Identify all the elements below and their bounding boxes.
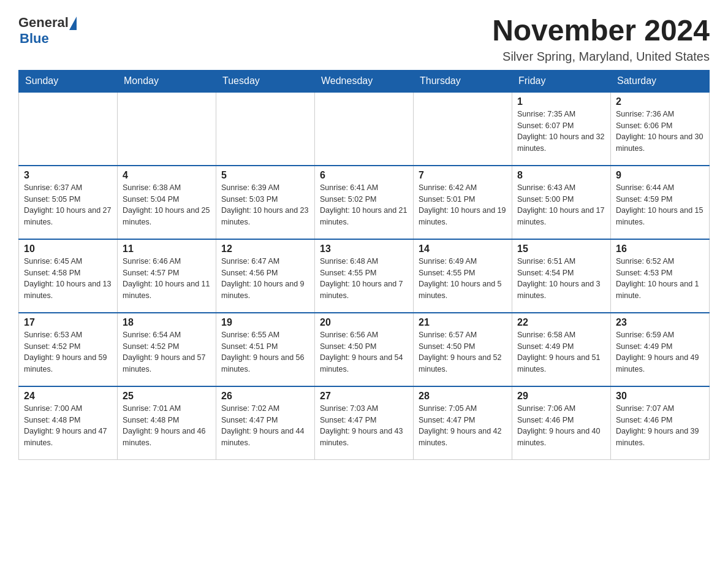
table-row <box>118 92 216 166</box>
table-row: 16Sunrise: 6:52 AMSunset: 4:53 PMDayligh… <box>611 239 710 313</box>
calendar-week-row: 10Sunrise: 6:45 AMSunset: 4:58 PMDayligh… <box>19 239 710 313</box>
day-info: Sunrise: 6:39 AMSunset: 5:03 PMDaylight:… <box>221 182 309 228</box>
day-number: 26 <box>221 391 309 402</box>
title-section: November 2024 Silver Spring, Maryland, U… <box>492 15 710 64</box>
table-row: 30Sunrise: 7:07 AMSunset: 4:46 PMDayligh… <box>611 386 710 460</box>
table-row: 24Sunrise: 7:00 AMSunset: 4:48 PMDayligh… <box>19 386 118 460</box>
day-info: Sunrise: 6:44 AMSunset: 4:59 PMDaylight:… <box>616 182 704 228</box>
day-info: Sunrise: 7:01 AMSunset: 4:48 PMDaylight:… <box>123 403 211 449</box>
table-row: 21Sunrise: 6:57 AMSunset: 4:50 PMDayligh… <box>414 313 512 386</box>
table-row: 23Sunrise: 6:59 AMSunset: 4:49 PMDayligh… <box>611 313 710 386</box>
logo-general-text: General <box>18 15 69 31</box>
day-number: 10 <box>24 243 112 255</box>
day-info: Sunrise: 6:38 AMSunset: 5:04 PMDaylight:… <box>123 182 211 228</box>
calendar-week-row: 24Sunrise: 7:00 AMSunset: 4:48 PMDayligh… <box>19 386 710 460</box>
table-row: 6Sunrise: 6:41 AMSunset: 5:02 PMDaylight… <box>315 166 414 239</box>
day-info: Sunrise: 6:58 AMSunset: 4:49 PMDaylight:… <box>517 329 605 375</box>
day-number: 28 <box>419 391 507 402</box>
day-info: Sunrise: 6:42 AMSunset: 5:01 PMDaylight:… <box>419 182 507 228</box>
day-info: Sunrise: 6:55 AMSunset: 4:51 PMDaylight:… <box>221 329 309 375</box>
day-number: 11 <box>123 243 211 255</box>
page-header: General Blue November 2024 Silver Spring… <box>18 15 710 64</box>
table-row: 7Sunrise: 6:42 AMSunset: 5:01 PMDaylight… <box>414 166 512 239</box>
day-info: Sunrise: 7:35 AMSunset: 6:07 PMDaylight:… <box>517 109 605 155</box>
day-info: Sunrise: 6:59 AMSunset: 4:49 PMDaylight:… <box>616 329 704 375</box>
day-info: Sunrise: 7:07 AMSunset: 4:46 PMDaylight:… <box>616 403 704 449</box>
table-row <box>414 92 512 166</box>
day-info: Sunrise: 6:51 AMSunset: 4:54 PMDaylight:… <box>517 256 605 302</box>
col-tuesday: Tuesday <box>216 70 315 92</box>
day-number: 8 <box>517 170 605 181</box>
table-row <box>19 92 118 166</box>
calendar-header-row: Sunday Monday Tuesday Wednesday Thursday… <box>19 70 710 92</box>
day-number: 20 <box>320 317 408 328</box>
day-number: 17 <box>24 317 112 328</box>
day-number: 27 <box>320 391 408 402</box>
table-row: 18Sunrise: 6:54 AMSunset: 4:52 PMDayligh… <box>118 313 216 386</box>
table-row: 17Sunrise: 6:53 AMSunset: 4:52 PMDayligh… <box>19 313 118 386</box>
day-info: Sunrise: 7:06 AMSunset: 4:46 PMDaylight:… <box>517 403 605 449</box>
day-info: Sunrise: 6:43 AMSunset: 5:00 PMDaylight:… <box>517 182 605 228</box>
col-wednesday: Wednesday <box>315 70 414 92</box>
day-number: 7 <box>419 170 507 181</box>
table-row: 10Sunrise: 6:45 AMSunset: 4:58 PMDayligh… <box>19 239 118 313</box>
day-number: 13 <box>320 243 408 255</box>
col-friday: Friday <box>512 70 611 92</box>
logo-triangle-icon <box>69 17 77 30</box>
table-row: 3Sunrise: 6:37 AMSunset: 5:05 PMDaylight… <box>19 166 118 239</box>
table-row: 29Sunrise: 7:06 AMSunset: 4:46 PMDayligh… <box>512 386 611 460</box>
day-info: Sunrise: 6:47 AMSunset: 4:56 PMDaylight:… <box>221 256 309 302</box>
day-number: 3 <box>24 170 112 181</box>
day-info: Sunrise: 6:41 AMSunset: 5:02 PMDaylight:… <box>320 182 408 228</box>
table-row: 4Sunrise: 6:38 AMSunset: 5:04 PMDaylight… <box>118 166 216 239</box>
table-row: 11Sunrise: 6:46 AMSunset: 4:57 PMDayligh… <box>118 239 216 313</box>
day-number: 21 <box>419 317 507 328</box>
calendar-week-row: 3Sunrise: 6:37 AMSunset: 5:05 PMDaylight… <box>19 166 710 239</box>
day-info: Sunrise: 6:56 AMSunset: 4:50 PMDaylight:… <box>320 329 408 375</box>
day-info: Sunrise: 6:37 AMSunset: 5:05 PMDaylight:… <box>24 182 112 228</box>
col-monday: Monday <box>118 70 216 92</box>
table-row: 5Sunrise: 6:39 AMSunset: 5:03 PMDaylight… <box>216 166 315 239</box>
day-info: Sunrise: 6:54 AMSunset: 4:52 PMDaylight:… <box>123 329 211 375</box>
table-row: 15Sunrise: 6:51 AMSunset: 4:54 PMDayligh… <box>512 239 611 313</box>
day-number: 30 <box>616 391 704 402</box>
table-row: 2Sunrise: 7:36 AMSunset: 6:06 PMDaylight… <box>611 92 710 166</box>
day-info: Sunrise: 6:49 AMSunset: 4:55 PMDaylight:… <box>419 256 507 302</box>
col-saturday: Saturday <box>611 70 710 92</box>
day-info: Sunrise: 7:00 AMSunset: 4:48 PMDaylight:… <box>24 403 112 449</box>
day-number: 2 <box>616 96 704 107</box>
table-row <box>216 92 315 166</box>
col-thursday: Thursday <box>414 70 512 92</box>
day-info: Sunrise: 6:57 AMSunset: 4:50 PMDaylight:… <box>419 329 507 375</box>
day-info: Sunrise: 6:48 AMSunset: 4:55 PMDaylight:… <box>320 256 408 302</box>
day-number: 22 <box>517 317 605 328</box>
table-row: 27Sunrise: 7:03 AMSunset: 4:47 PMDayligh… <box>315 386 414 460</box>
day-number: 12 <box>221 243 309 255</box>
logo-blue-text: Blue <box>20 31 49 47</box>
table-row: 20Sunrise: 6:56 AMSunset: 4:50 PMDayligh… <box>315 313 414 386</box>
day-number: 18 <box>123 317 211 328</box>
day-number: 29 <box>517 391 605 402</box>
day-number: 6 <box>320 170 408 181</box>
calendar-week-row: 1Sunrise: 7:35 AMSunset: 6:07 PMDaylight… <box>19 92 710 166</box>
day-number: 14 <box>419 243 507 255</box>
table-row: 25Sunrise: 7:01 AMSunset: 4:48 PMDayligh… <box>118 386 216 460</box>
calendar-subtitle: Silver Spring, Maryland, United States <box>492 50 710 64</box>
table-row: 9Sunrise: 6:44 AMSunset: 4:59 PMDaylight… <box>611 166 710 239</box>
day-info: Sunrise: 7:02 AMSunset: 4:47 PMDaylight:… <box>221 403 309 449</box>
calendar-title: November 2024 <box>492 15 710 47</box>
day-number: 16 <box>616 243 704 255</box>
logo: General Blue <box>18 15 77 47</box>
day-info: Sunrise: 7:36 AMSunset: 6:06 PMDaylight:… <box>616 109 704 155</box>
day-number: 24 <box>24 391 112 402</box>
table-row: 26Sunrise: 7:02 AMSunset: 4:47 PMDayligh… <box>216 386 315 460</box>
day-number: 1 <box>517 96 605 107</box>
day-number: 4 <box>123 170 211 181</box>
day-info: Sunrise: 6:53 AMSunset: 4:52 PMDaylight:… <box>24 329 112 375</box>
calendar-table: Sunday Monday Tuesday Wednesday Thursday… <box>18 70 710 461</box>
day-info: Sunrise: 7:05 AMSunset: 4:47 PMDaylight:… <box>419 403 507 449</box>
day-number: 15 <box>517 243 605 255</box>
calendar-week-row: 17Sunrise: 6:53 AMSunset: 4:52 PMDayligh… <box>19 313 710 386</box>
table-row <box>315 92 414 166</box>
table-row: 14Sunrise: 6:49 AMSunset: 4:55 PMDayligh… <box>414 239 512 313</box>
